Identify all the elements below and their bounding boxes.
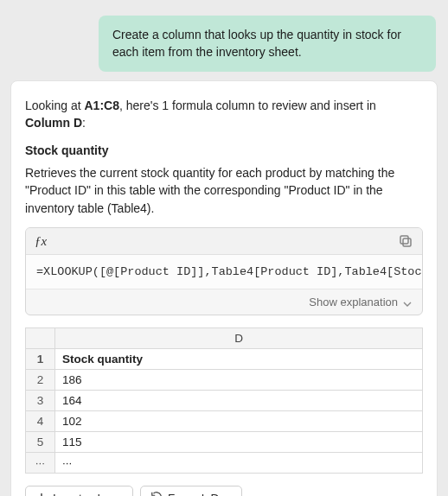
row-number: 1 <box>26 349 55 370</box>
assistant-response-card: Looking at A1:C8, here's 1 formula colum… <box>10 80 438 496</box>
table-row: 2 186 <box>26 370 423 391</box>
insert-column-label: Insert column <box>53 492 123 496</box>
corner-cell <box>26 328 55 349</box>
chevron-down-icon <box>403 298 412 307</box>
user-message-text: Create a column that looks up the quanti… <box>112 28 401 59</box>
svg-rect-1 <box>400 236 408 244</box>
show-explanation-label: Show explanation <box>309 296 398 308</box>
row-number: 5 <box>26 432 55 453</box>
row-number: 2 <box>26 370 55 391</box>
formula-description: Retrieves the current stock quantity for… <box>25 164 423 217</box>
table-row: 1 Stock quantity <box>26 349 423 370</box>
formula-box-header: ƒx <box>26 228 422 255</box>
cell-value: 115 <box>55 432 423 453</box>
fx-icon: ƒx <box>35 234 47 249</box>
cell-value: 164 <box>55 391 423 411</box>
cell-value: 186 <box>55 370 423 391</box>
formula-text[interactable]: =XLOOKUP([@[Product ID]],Table4[Product … <box>26 255 422 289</box>
formuladev-button[interactable]: FormulaDev <box>140 486 242 496</box>
row-number: 4 <box>26 411 55 432</box>
row-number: ··· <box>26 453 55 474</box>
action-row: Insert column FormulaDev <box>25 486 423 496</box>
insert-column-button[interactable]: Insert column <box>25 486 133 496</box>
copy-icon[interactable] <box>398 233 413 249</box>
retry-icon <box>150 491 163 496</box>
table-row: ··· ··· <box>26 453 423 474</box>
user-message-bubble: Create a column that looks up the quanti… <box>99 16 436 72</box>
table-row: 3 164 <box>26 391 423 411</box>
row-number: 3 <box>26 391 55 411</box>
show-explanation-toggle[interactable]: Show explanation <box>26 289 422 315</box>
column-header-d: D <box>55 328 423 349</box>
plus-icon <box>35 493 48 496</box>
intro-prefix: Looking at <box>25 99 85 112</box>
intro-range: A1:C8 <box>85 99 119 112</box>
cell-value: 102 <box>55 411 423 432</box>
svg-rect-0 <box>403 238 411 246</box>
intro-suffix: : <box>82 116 86 130</box>
cell-value: Stock quantity <box>55 349 423 370</box>
table-row: 4 102 <box>26 411 423 432</box>
formula-heading: Stock quantity <box>25 143 423 157</box>
formula-box: ƒx =XLOOKUP([@[Product ID]],Table4[Produ… <box>25 227 423 315</box>
formuladev-label: FormulaDev <box>168 492 232 496</box>
user-message-row: Create a column that looks up the quanti… <box>0 0 448 80</box>
preview-table: D 1 Stock quantity 2 186 3 164 4 102 5 1 <box>25 327 423 474</box>
intro-mid: , here's 1 formula column to review and … <box>119 99 376 112</box>
cell-value: ··· <box>55 453 423 474</box>
intro-col: Column D <box>25 116 82 130</box>
intro-line: Looking at A1:C8, here's 1 formula colum… <box>25 97 423 132</box>
table-row: 5 115 <box>26 432 423 453</box>
